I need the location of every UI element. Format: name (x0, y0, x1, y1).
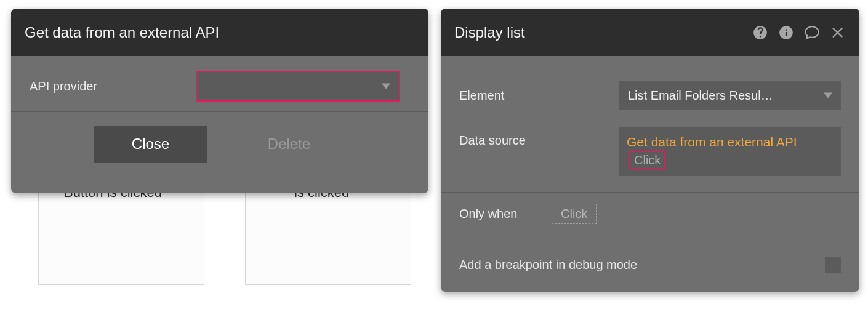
only-when-label: Only when (459, 207, 552, 221)
panel-header: Display list (441, 9, 859, 56)
breakpoint-checkbox[interactable] (825, 257, 841, 273)
api-provider-label: API provider (30, 79, 183, 94)
panel-title: Get data from an external API (25, 24, 219, 41)
api-call-editor-panel: Get data from an external API API provid… (11, 9, 428, 193)
chevron-down-icon (382, 84, 390, 89)
expression-click-placeholder[interactable]: Click (629, 151, 665, 170)
display-list-editor-panel: Display list Element List Email Folders … (441, 9, 859, 292)
help-icon[interactable] (752, 25, 768, 41)
panel-title: Display list (454, 24, 525, 41)
data-source-expression-text: Get data from an external API (627, 135, 797, 149)
close-button[interactable]: Close (94, 126, 207, 163)
info-icon[interactable] (778, 25, 794, 41)
panel-header: Get data from an external API (11, 9, 428, 56)
data-source-label: Data source (459, 127, 619, 148)
data-source-expression[interactable]: Get data from an external API Click (619, 127, 841, 176)
only-when-click-placeholder[interactable]: Click (552, 204, 597, 224)
close-icon[interactable] (830, 25, 846, 41)
chevron-down-icon (824, 93, 832, 98)
element-label: Element (459, 89, 619, 103)
comment-icon[interactable] (804, 25, 820, 41)
element-value: List Email Folders Resul… (628, 89, 773, 103)
breakpoint-label: Add a breakpoint in debug mode (459, 258, 637, 272)
element-dropdown[interactable]: List Email Folders Resul… (619, 81, 841, 110)
delete-button[interactable]: Delete (232, 126, 346, 163)
api-provider-dropdown[interactable] (196, 71, 400, 102)
